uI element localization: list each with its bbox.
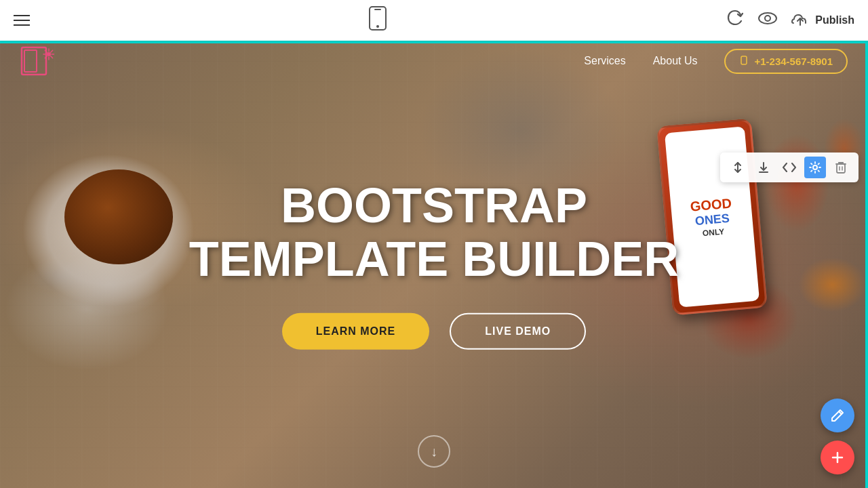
hero-title-line1: BOOTSTRAP: [163, 179, 705, 232]
phone-icon: [739, 56, 749, 67]
delete-tool-button[interactable]: [830, 157, 852, 178]
mobile-preview-icon[interactable]: [368, 6, 387, 35]
nav-link-services[interactable]: Services: [584, 55, 625, 67]
svg-point-21: [813, 165, 817, 169]
svg-point-3: [759, 13, 776, 24]
publish-cloud-icon: [791, 11, 810, 30]
arrow-down-icon: ↓: [431, 444, 437, 460]
svg-rect-17: [741, 56, 747, 64]
main-canvas: GOOD ONES ONLY: [0, 41, 868, 488]
site-navbar: Services About Us +1-234-567-8901: [0, 41, 868, 81]
hamburger-menu[interactable]: [14, 15, 30, 26]
hero-title: BOOTSTRAP TEMPLATE BUILDER: [163, 179, 705, 286]
canvas-border-right: [865, 41, 868, 488]
undo-icon[interactable]: [726, 9, 745, 32]
code-tool-button[interactable]: [778, 157, 800, 178]
fab-container: [821, 399, 854, 474]
toolbar-center: [368, 6, 387, 35]
svg-rect-6: [22, 47, 46, 75]
hero-buttons: LEARN MORE LIVE DEMO: [163, 313, 705, 350]
svg-rect-7: [24, 50, 37, 72]
svg-point-1: [376, 25, 379, 28]
toolbar-right: Publish: [726, 9, 854, 32]
tea-liquid: [64, 169, 173, 264]
svg-point-4: [765, 16, 770, 21]
section-toolbar: [720, 152, 859, 182]
phone-cta-button[interactable]: +1-234-567-8901: [724, 49, 848, 74]
preview-icon[interactable]: [758, 12, 777, 29]
edit-fab-button[interactable]: [821, 399, 854, 432]
publish-label: Publish: [815, 14, 854, 26]
reorder-tool-button[interactable]: [727, 157, 749, 178]
hero-content: BOOTSTRAP TEMPLATE BUILDER LEARN MORE LI…: [163, 179, 705, 350]
hero-title-line2: TEMPLATE BUILDER: [163, 232, 705, 286]
learn-more-button[interactable]: LEARN MORE: [282, 313, 430, 350]
publish-button[interactable]: Publish: [791, 11, 854, 30]
toolbar-left: [14, 15, 30, 26]
website-preview: GOOD ONES ONLY: [0, 41, 868, 488]
add-fab-button[interactable]: [821, 441, 854, 474]
main-toolbar: Publish: [0, 0, 868, 41]
scroll-down-arrow[interactable]: ↓: [418, 435, 450, 468]
download-tool-button[interactable]: [753, 157, 774, 178]
site-logo[interactable]: [20, 46, 54, 76]
site-nav-links: Services About Us +1-234-567-8901: [584, 49, 848, 74]
phone-number: +1-234-567-8901: [754, 56, 833, 67]
svg-rect-22: [837, 164, 845, 173]
canvas-border-top: [0, 41, 868, 43]
live-demo-button[interactable]: LIVE DEMO: [450, 313, 586, 350]
settings-tool-button[interactable]: [804, 157, 826, 178]
svg-line-15: [51, 50, 53, 52]
svg-point-8: [47, 52, 51, 56]
svg-line-14: [51, 56, 53, 58]
nav-link-about-us[interactable]: About Us: [653, 55, 698, 67]
